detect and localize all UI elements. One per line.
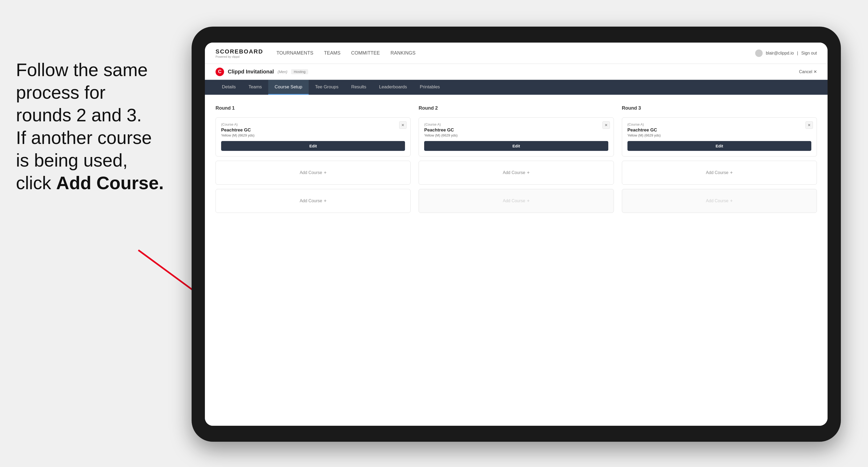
round-1-add-course-2[interactable]: Add Course +: [216, 189, 411, 213]
nav-rankings[interactable]: RANKINGS: [391, 49, 416, 57]
round-3-add-course-2: Add Course +: [622, 189, 817, 213]
round-2-delete-button[interactable]: ✕: [602, 121, 610, 129]
instruction-text: Follow the same process for rounds 2 and…: [0, 48, 181, 205]
round-2-edit-button[interactable]: Edit: [424, 141, 608, 151]
round-3-title: Round 3: [622, 105, 817, 111]
nav-right: blair@clippd.io | Sign out: [755, 50, 817, 57]
tab-leaderboards[interactable]: Leaderboards: [373, 80, 413, 95]
round-1-column: Round 1 ✕ (Course A) Peachtree GC Yellow…: [216, 105, 411, 213]
logo-area: SCOREBOARD Powered by clippd: [216, 48, 263, 58]
round-2-course-details: Yellow (M) (6629 yds): [424, 133, 608, 137]
round-1-edit-button[interactable]: Edit: [221, 141, 405, 151]
round-1-title: Round 1: [216, 105, 411, 111]
plus-icon: +: [324, 170, 327, 176]
plus-icon: +: [527, 170, 530, 176]
logo-scoreboard: SCOREBOARD: [216, 48, 263, 55]
tournament-type: (Men): [278, 70, 287, 74]
round-2-course-label: (Course A): [424, 122, 608, 126]
sub-header-left: C Clippd Invitational (Men) Hosting: [216, 68, 308, 76]
tab-details[interactable]: Details: [216, 80, 242, 95]
tab-teams[interactable]: Teams: [242, 80, 268, 95]
logo-sub: Powered by clippd: [216, 55, 263, 58]
sub-header: C Clippd Invitational (Men) Hosting Canc…: [205, 64, 828, 80]
round-3-add-course-1[interactable]: Add Course +: [622, 161, 817, 185]
plus-icon: +: [527, 198, 530, 204]
cancel-button[interactable]: Cancel ✕: [799, 69, 817, 74]
clippd-logo: C: [216, 68, 224, 76]
round-1-course-name: Peachtree GC: [221, 127, 405, 133]
round-3-delete-button[interactable]: ✕: [805, 121, 813, 129]
nav-committee[interactable]: COMMITTEE: [351, 49, 380, 57]
tournament-name: Clippd Invitational: [228, 69, 274, 75]
user-email: blair@clippd.io: [766, 51, 794, 56]
round-3-course-name: Peachtree GC: [627, 127, 811, 133]
sign-out-link[interactable]: Sign out: [801, 51, 817, 56]
tab-nav: Details Teams Course Setup Tee Groups Re…: [205, 80, 828, 95]
round-1-delete-button[interactable]: ✕: [399, 121, 407, 129]
nav-links: TOURNAMENTS TEAMS COMMITTEE RANKINGS: [276, 49, 755, 57]
tablet-frame: SCOREBOARD Powered by clippd TOURNAMENTS…: [192, 27, 841, 442]
round-2-title: Round 2: [418, 105, 614, 111]
round-3-course-details: Yellow (M) (6629 yds): [627, 133, 811, 137]
nav-tournaments[interactable]: TOURNAMENTS: [276, 49, 313, 57]
tab-results[interactable]: Results: [345, 80, 373, 95]
rounds-grid: Round 1 ✕ (Course A) Peachtree GC Yellow…: [216, 105, 817, 213]
round-2-column: Round 2 ✕ (Course A) Peachtree GC Yellow…: [418, 105, 614, 213]
avatar: [755, 50, 763, 57]
nav-separator: |: [797, 51, 798, 56]
round-2-course-name: Peachtree GC: [424, 127, 608, 133]
round-2-add-course-1[interactable]: Add Course +: [418, 161, 614, 185]
plus-icon: +: [324, 198, 327, 204]
round-2-course-card: ✕ (Course A) Peachtree GC Yellow (M) (66…: [418, 117, 614, 156]
top-nav: SCOREBOARD Powered by clippd TOURNAMENTS…: [205, 42, 828, 64]
plus-icon: +: [730, 170, 733, 176]
round-1-course-details: Yellow (M) (6629 yds): [221, 133, 405, 137]
tablet-screen: SCOREBOARD Powered by clippd TOURNAMENTS…: [205, 42, 828, 426]
round-3-edit-button[interactable]: Edit: [627, 141, 811, 151]
plus-icon: +: [730, 198, 733, 204]
tab-printables[interactable]: Printables: [413, 80, 446, 95]
tab-course-setup[interactable]: Course Setup: [268, 80, 309, 95]
round-3-course-label: (Course A): [627, 122, 811, 126]
round-3-course-card: ✕ (Course A) Peachtree GC Yellow (M) (66…: [622, 117, 817, 156]
tab-tee-groups[interactable]: Tee Groups: [309, 80, 345, 95]
round-2-add-course-2: Add Course +: [418, 189, 614, 213]
nav-teams[interactable]: TEAMS: [324, 49, 341, 57]
main-content: Round 1 ✕ (Course A) Peachtree GC Yellow…: [205, 95, 828, 426]
round-3-column: Round 3 ✕ (Course A) Peachtree GC Yellow…: [622, 105, 817, 213]
round-1-course-card: ✕ (Course A) Peachtree GC Yellow (M) (66…: [216, 117, 411, 156]
round-1-course-label: (Course A): [221, 122, 405, 126]
hosting-badge: Hosting: [291, 69, 308, 74]
round-1-add-course-1[interactable]: Add Course +: [216, 161, 411, 185]
